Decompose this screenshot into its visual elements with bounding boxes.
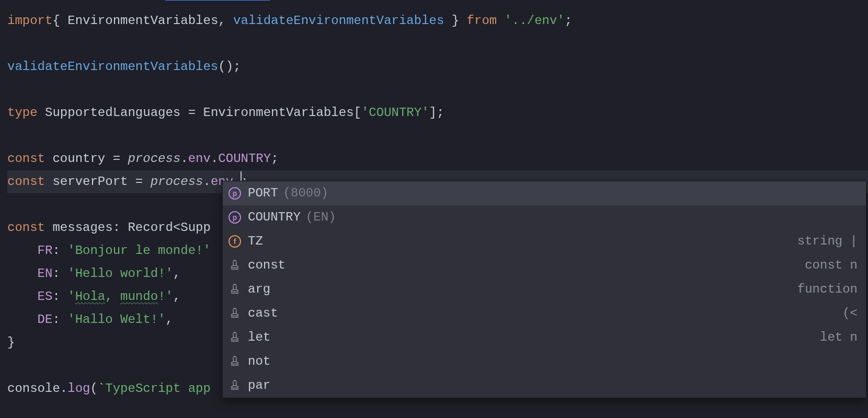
comma: , bbox=[218, 14, 233, 28]
completion-detail: (EN) bbox=[306, 205, 336, 229]
object-key: DE bbox=[38, 312, 53, 327]
string-literal: !' bbox=[158, 289, 173, 304]
code-line-blank[interactable] bbox=[7, 32, 868, 55]
bracket: [ bbox=[354, 106, 361, 120]
string-literal: '../env' bbox=[505, 14, 565, 28]
code-line[interactable]: type SupportedLanguages = EnvironmentVar… bbox=[7, 101, 868, 124]
comma: , bbox=[173, 266, 180, 281]
completion-type-hint: (< bbox=[842, 301, 858, 326]
variable-name: messages bbox=[52, 220, 112, 235]
code-line-blank[interactable] bbox=[7, 124, 868, 147]
object-key: EN bbox=[38, 266, 53, 281]
template-icon bbox=[229, 331, 241, 344]
code-line[interactable]: validateEnvironmentVariables(); bbox=[7, 55, 868, 78]
object-key: ES bbox=[38, 289, 53, 304]
spellcheck-word: mundo bbox=[120, 289, 158, 304]
template-icon bbox=[229, 355, 241, 368]
bracket: ]; bbox=[429, 106, 444, 120]
template-icon bbox=[229, 283, 241, 296]
template-icon bbox=[229, 307, 241, 320]
autocomplete-item[interactable]: constconst n bbox=[223, 253, 866, 277]
code-editor[interactable]: import{ EnvironmentVariables, validateEn… bbox=[0, 0, 868, 418]
colon: : bbox=[52, 312, 67, 327]
completion-type-hint: const n bbox=[805, 253, 858, 277]
completion-name: let bbox=[248, 326, 270, 350]
autocomplete-item[interactable]: pPORT(8000) bbox=[223, 181, 866, 205]
dot: . bbox=[60, 381, 67, 396]
equals: = bbox=[128, 175, 150, 189]
keyword-const: const bbox=[7, 152, 52, 166]
completion-kind-icon bbox=[228, 331, 242, 344]
completion-type-hint: function bbox=[797, 277, 858, 301]
variable-name: serverPort bbox=[52, 175, 128, 189]
autocomplete-item[interactable]: par bbox=[223, 374, 866, 398]
completion-kind-icon bbox=[228, 355, 242, 368]
template-string: TypeScript app bbox=[105, 381, 211, 396]
completion-name: arg bbox=[248, 277, 270, 301]
autocomplete-item[interactable]: pCOUNTRY(EN) bbox=[223, 205, 866, 229]
keyword-type: type bbox=[7, 106, 45, 120]
completion-kind-icon: f bbox=[228, 235, 242, 248]
template-icon bbox=[229, 259, 241, 272]
punctuation: (); bbox=[218, 60, 241, 74]
identifier-process: process bbox=[151, 175, 203, 189]
semicolon: ; bbox=[565, 14, 572, 28]
indent bbox=[7, 266, 38, 281]
string-literal: , bbox=[105, 289, 120, 304]
property-country: COUNTRY bbox=[218, 152, 271, 166]
code-line[interactable]: import{ EnvironmentVariables, validateEn… bbox=[7, 9, 868, 32]
completion-name: par bbox=[248, 374, 270, 398]
completion-type-hint: string | bbox=[797, 229, 858, 253]
autocomplete-popup[interactable]: pPORT(8000)pCOUNTRY(EN)fTZstring |constc… bbox=[222, 181, 866, 398]
autocomplete-item[interactable]: fTZstring | bbox=[223, 229, 866, 253]
angle-bracket: < bbox=[173, 220, 180, 235]
colon: : bbox=[52, 243, 67, 258]
comma: , bbox=[173, 289, 180, 304]
autocomplete-item[interactable]: cast(< bbox=[223, 301, 866, 326]
brace: } bbox=[444, 14, 459, 28]
autocomplete-item[interactable]: argfunction bbox=[223, 277, 866, 301]
type-ref: EnvironmentVariables bbox=[203, 106, 353, 120]
identifier-process: process bbox=[128, 152, 180, 166]
template-icon bbox=[229, 379, 241, 392]
type-record: Record bbox=[128, 220, 173, 235]
dot: . bbox=[211, 152, 218, 166]
code-line[interactable]: const country = process.env.COUNTRY; bbox=[7, 147, 868, 170]
type-name: SupportedLanguages bbox=[45, 106, 180, 120]
import-specifier: validateEnvironmentVariables bbox=[233, 14, 444, 28]
equals: = bbox=[105, 152, 128, 166]
colon: : bbox=[113, 220, 128, 235]
quote: ' bbox=[67, 289, 75, 304]
string-literal: 'Bonjour le monde!' bbox=[67, 243, 211, 258]
property-icon: p bbox=[229, 211, 241, 224]
brace: } bbox=[7, 335, 15, 350]
string-literal: 'COUNTRY' bbox=[361, 106, 429, 120]
indent bbox=[7, 243, 38, 258]
completion-kind-icon bbox=[228, 283, 242, 296]
brace: { bbox=[52, 14, 67, 28]
method-log: log bbox=[67, 381, 90, 396]
import-specifier: EnvironmentVariables bbox=[67, 14, 218, 28]
property-icon: p bbox=[229, 187, 241, 200]
dot: . bbox=[180, 152, 188, 166]
autocomplete-item[interactable]: not bbox=[223, 350, 866, 374]
string-literal: 'Hallo Welt!' bbox=[67, 312, 165, 327]
completion-name: const bbox=[248, 253, 285, 277]
code-line-blank[interactable] bbox=[7, 78, 868, 101]
completion-name: cast bbox=[248, 301, 278, 326]
type-arg-truncated: Supp bbox=[180, 220, 211, 235]
completion-kind-icon bbox=[228, 307, 242, 320]
string-literal: 'Hello world!' bbox=[67, 266, 173, 281]
keyword-const: const bbox=[7, 220, 52, 235]
object-key: FR bbox=[38, 243, 53, 258]
autocomplete-item[interactable]: letlet n bbox=[223, 326, 866, 350]
active-tab-indicator bbox=[165, 0, 270, 1]
function-call: validateEnvironmentVariables bbox=[7, 60, 218, 74]
completion-name: COUNTRY bbox=[248, 205, 301, 229]
template-open: (` bbox=[90, 381, 105, 396]
spellcheck-word: Hola bbox=[75, 289, 106, 304]
completion-name: TZ bbox=[248, 229, 263, 253]
completion-kind-icon bbox=[228, 259, 242, 272]
colon: : bbox=[52, 266, 67, 281]
field-icon: f bbox=[229, 235, 241, 248]
